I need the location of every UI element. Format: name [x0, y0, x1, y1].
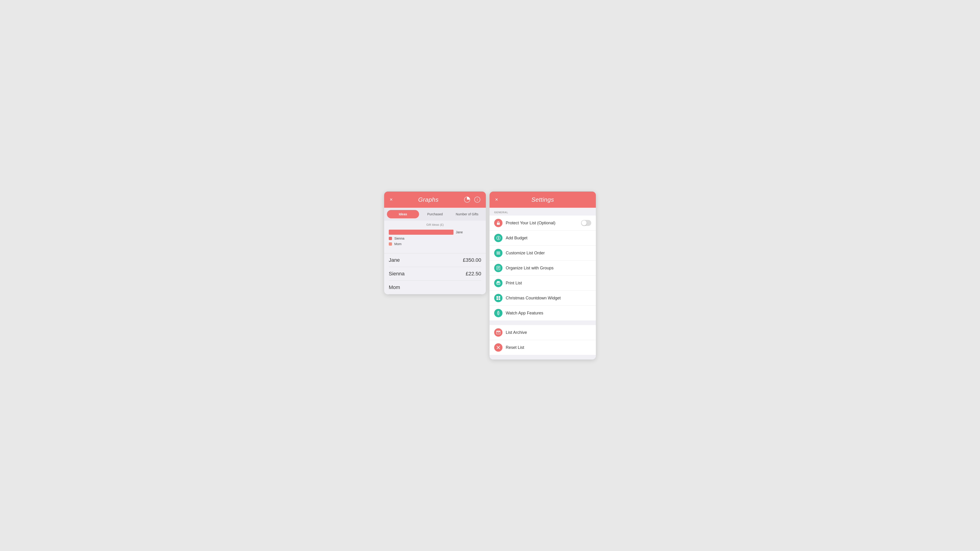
settings-other-list: List Archive Reset List — [490, 325, 596, 355]
section-gap-bottom — [490, 355, 596, 359]
graphs-title: Graphs — [418, 196, 439, 203]
settings-title: Settings — [531, 196, 554, 203]
summary-name-jane: Jane — [389, 257, 400, 263]
countdown-icon — [494, 294, 503, 302]
settings-item-print[interactable]: Print List — [490, 276, 596, 291]
settings-item-customize[interactable]: Customize List Order — [490, 246, 596, 260]
list-order-icon — [494, 249, 503, 257]
svg-line-30 — [498, 313, 499, 313]
svg-rect-21 — [496, 296, 498, 298]
print-label: Print List — [506, 281, 591, 286]
organize-icon — [494, 264, 503, 272]
watch-label: Watch App Features — [506, 311, 591, 316]
svg-rect-17 — [497, 281, 500, 283]
settings-item-protect[interactable]: Protect Your List (Optional) — [490, 216, 596, 230]
reset-icon — [494, 343, 503, 352]
watch-icon — [494, 309, 503, 317]
graphs-header: × Graphs i — [384, 192, 486, 208]
settings-general-list: Protect Your List (Optional) $ Add Budge… — [490, 216, 596, 321]
settings-header-inner: × Settings — [494, 196, 591, 203]
settings-item-budget[interactable]: $ Add Budget — [490, 230, 596, 246]
customize-label: Customize List Order — [506, 251, 591, 256]
svg-rect-27 — [498, 314, 499, 315]
info-button[interactable]: i — [473, 196, 481, 203]
countdown-label: Christmas Countdown Widget — [506, 296, 591, 300]
settings-item-organize[interactable]: Organize List with Groups — [490, 260, 596, 276]
archive-label: List Archive — [506, 330, 591, 335]
legend-label-mom: Mom — [394, 242, 401, 246]
legend-dot-mom — [389, 242, 392, 246]
svg-rect-23 — [496, 298, 498, 300]
svg-rect-22 — [498, 296, 500, 298]
summary-list: Jane £350.00 Sienna £22.50 Mom — [384, 253, 486, 294]
budget-label: Add Budget — [506, 236, 591, 240]
chart-label: Gift Ideas (£) — [389, 223, 481, 226]
svg-point-20 — [497, 283, 497, 283]
toggle-knob — [582, 221, 587, 225]
summary-name-mom: Mom — [389, 284, 400, 291]
protect-label: Protect Your List (Optional) — [506, 221, 578, 225]
graphs-screen: × Graphs i — [384, 192, 486, 294]
summary-amount-jane: £350.00 — [463, 257, 481, 263]
summary-name-sienna: Sienna — [389, 271, 405, 277]
lock-icon — [494, 219, 503, 227]
summary-item-sienna: Sienna £22.50 — [389, 267, 481, 281]
settings-screen: × Settings GENERAL Protect Your List (Op… — [490, 192, 596, 359]
pie-chart-button[interactable] — [463, 196, 471, 203]
tab-ideas[interactable]: Ideas — [387, 210, 419, 218]
settings-item-reset[interactable]: Reset List — [490, 340, 596, 355]
svg-point-5 — [498, 224, 498, 224]
pie-chart-icon — [464, 197, 470, 203]
svg-rect-10 — [496, 252, 500, 252]
svg-rect-12 — [496, 254, 500, 255]
screens-container: × Graphs i — [384, 192, 596, 359]
bar-row-jane: Jane — [389, 230, 481, 235]
settings-item-watch[interactable]: Watch App Features — [490, 306, 596, 321]
print-icon — [494, 279, 503, 287]
graphs-header-icons: i — [463, 196, 481, 203]
settings-item-archive[interactable]: List Archive — [490, 325, 596, 340]
archive-icon — [494, 328, 503, 337]
legend-label-sienna: Sienna — [394, 237, 404, 240]
legend-dot-sienna — [389, 237, 392, 240]
summary-amount-sienna: £22.50 — [466, 271, 481, 277]
bar-chart: Jane Sienna Mom — [389, 230, 481, 246]
info-icon: i — [474, 197, 480, 203]
svg-rect-26 — [498, 311, 499, 312]
reset-label: Reset List — [506, 345, 591, 350]
bar-row-mom: Mom — [389, 242, 481, 246]
svg-rect-24 — [498, 298, 500, 300]
tab-number-of-gifts[interactable]: Number of Gifts — [451, 210, 483, 218]
graphs-close-button[interactable]: × — [389, 196, 394, 203]
settings-item-countdown[interactable]: Christmas Countdown Widget — [490, 291, 596, 306]
bar-label-jane: Jane — [456, 230, 463, 234]
tab-purchased[interactable]: Purchased — [419, 210, 451, 218]
tabs-row: Ideas Purchased Number of Gifts — [384, 208, 486, 221]
budget-icon: $ — [494, 234, 503, 242]
bar-jane — [389, 230, 453, 235]
summary-item-mom: Mom — [389, 281, 481, 294]
chart-area: Gift Ideas (£) Jane Sienna Mom — [384, 221, 486, 253]
protect-toggle[interactable] — [581, 220, 591, 226]
settings-close-button[interactable]: × — [494, 196, 499, 203]
organize-label: Organize List with Groups — [506, 266, 591, 270]
svg-rect-11 — [496, 253, 500, 253]
section-general-label: GENERAL — [490, 208, 596, 216]
section-gap — [490, 321, 596, 325]
settings-header: × Settings — [490, 192, 596, 208]
svg-text:i: i — [477, 198, 478, 202]
bar-row-sienna: Sienna — [389, 237, 481, 240]
summary-item-jane: Jane £350.00 — [389, 253, 481, 267]
